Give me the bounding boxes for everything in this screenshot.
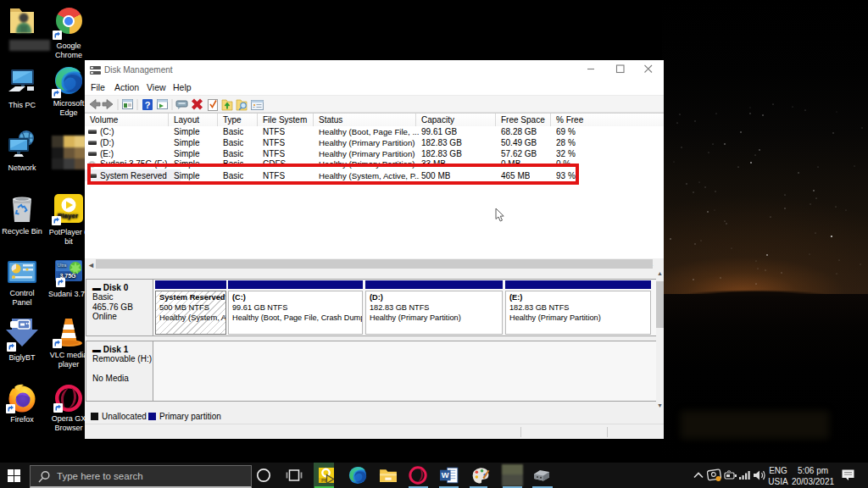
svg-text:Ultra: Ultra [58, 263, 67, 268]
svg-text:W: W [442, 470, 449, 480]
svg-text:?: ? [145, 100, 151, 110]
